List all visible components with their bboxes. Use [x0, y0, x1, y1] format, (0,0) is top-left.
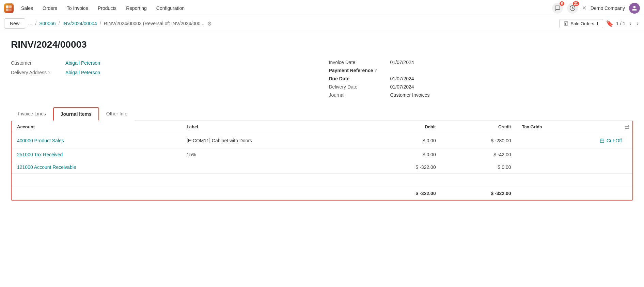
svg-rect-1 — [9, 5, 12, 8]
customer-row: Customer Abigail Peterson — [11, 58, 315, 68]
table-header-row: Account Label Debit Credit Tax Grids — [12, 121, 632, 133]
nav-configuration[interactable]: Configuration — [154, 4, 187, 12]
delivery-address-help-icon[interactable]: ? — [48, 70, 50, 75]
payment-reference-row: Payment Reference ? — [329, 66, 633, 75]
account-cell-1: 400000 Product Sales — [12, 133, 181, 148]
due-date-value: 01/07/2024 — [390, 76, 414, 81]
svg-rect-2 — [6, 9, 9, 11]
nav-to-invoice[interactable]: To Invoice — [65, 4, 90, 12]
sale-orders-button[interactable]: Sale Orders 1 — [559, 19, 603, 28]
customer-label: Customer — [11, 60, 65, 66]
label-cell-1: [E-COM11] Cabinet with Doors — [181, 133, 366, 148]
credit-cell-2: $ -42.00 — [441, 148, 517, 161]
col-account: Account — [12, 121, 181, 133]
label-cell-3 — [181, 161, 366, 174]
label-cell-2: 15% — [181, 148, 366, 161]
activity-icon-btn[interactable]: 21 — [567, 3, 578, 14]
tax-grids-cell-1 — [517, 133, 592, 148]
customer-value[interactable]: Abigail Peterson — [65, 60, 100, 66]
col-credit: Credit — [441, 121, 517, 133]
top-nav: Sales Orders To Invoice Products Reporti… — [0, 0, 644, 16]
footer-empty — [12, 187, 366, 200]
breadcrumb-inv[interactable]: INV/2024/00004 — [62, 21, 97, 26]
svg-rect-5 — [564, 22, 568, 26]
payment-reference-help-icon[interactable]: ? — [374, 68, 377, 73]
svg-rect-3 — [9, 9, 12, 11]
actions-cell-2 — [592, 148, 632, 161]
settings-gear-icon[interactable]: ⚙ — [207, 20, 212, 27]
tab-invoice-lines[interactable]: Invoice Lines — [11, 107, 53, 121]
app-logo — [4, 3, 14, 13]
more-options[interactable]: ... — [28, 20, 32, 27]
bookmark-icon[interactable]: 🔖 — [606, 20, 613, 27]
record-title: RINV/2024/00003 — [11, 39, 633, 50]
left-col: Customer Abigail Peterson Delivery Addre… — [11, 58, 315, 99]
pagination: 1 / 1 — [616, 21, 625, 26]
breadcrumb-s00066[interactable]: S00066 — [39, 21, 56, 26]
chat-icon-btn[interactable]: 6 — [552, 3, 563, 14]
journal-table: Account Label Debit Credit Tax Grids 400… — [12, 121, 632, 200]
cut-off-calendar-icon — [600, 138, 604, 143]
empty-row — [12, 174, 632, 187]
activity-badge: 21 — [573, 1, 579, 6]
sale-orders-label: Sale Orders — [570, 21, 594, 26]
due-date-label: Due Date — [329, 76, 390, 81]
account-cell-3: 121000 Account Receivable — [12, 161, 181, 174]
footer-debit-total: $ -322.00 — [366, 187, 441, 200]
table-row: 400000 Product Sales [E-COM11] Cabinet w… — [12, 133, 632, 148]
svg-rect-6 — [600, 139, 604, 143]
nav-sales[interactable]: Sales — [19, 4, 35, 12]
journal-section: ⇄ Account Label Debit Credit Tax Grids 4… — [11, 121, 633, 201]
account-cell-2: 251000 Tax Received — [12, 148, 181, 161]
footer-credit-total: $ -322.00 — [441, 187, 517, 200]
pagination-text: 1 / 1 — [616, 21, 625, 26]
delivery-address-value[interactable]: Abigail Peterson — [65, 70, 100, 75]
next-page-button[interactable]: › — [635, 20, 640, 27]
col-tax-grids: Tax Grids — [517, 121, 592, 133]
breadcrumb-sep-3: / — [100, 21, 101, 26]
due-date-row: Due Date 01/07/2024 — [329, 75, 633, 83]
breadcrumb-current: RINV/2024/00003 (Reversal of: INV/2024/0… — [104, 21, 205, 26]
delivery-date-value: 01/07/2024 — [390, 84, 414, 90]
actions-cell-1: Cut-Off — [592, 133, 632, 148]
svg-rect-0 — [6, 5, 9, 8]
toolbar: New ... / S00066 / INV/2024/00004 / RINV… — [0, 16, 644, 31]
sale-orders-count: 1 — [596, 21, 599, 26]
sale-orders-icon — [564, 21, 568, 26]
company-name: Demo Company — [591, 5, 625, 11]
prev-page-button[interactable]: ‹ — [628, 20, 632, 27]
new-button[interactable]: New — [4, 18, 25, 29]
table-footer-row: $ -322.00 $ -322.00 — [12, 187, 632, 200]
journal-row: Journal Customer Invoices — [329, 91, 633, 99]
tab-journal-items[interactable]: Journal Items — [53, 107, 99, 121]
debit-cell-3: $ -322.00 — [366, 161, 441, 174]
journal-label: Journal — [329, 92, 390, 98]
credit-cell-1: $ -280.00 — [441, 133, 517, 148]
invoice-date-row: Invoice Date 01/07/2024 — [329, 58, 633, 66]
nav-orders[interactable]: Orders — [41, 4, 59, 12]
nav-products[interactable]: Products — [96, 4, 119, 12]
account-link-2[interactable]: 251000 Tax Received — [17, 152, 63, 157]
nav-reporting[interactable]: Reporting — [124, 4, 149, 12]
user-avatar[interactable] — [629, 3, 640, 14]
debit-cell-1: $ 0.00 — [366, 133, 441, 148]
payment-reference-label: Payment Reference ? — [329, 68, 390, 73]
delivery-address-row: Delivery Address ? Abigail Peterson — [11, 68, 315, 77]
reorder-columns-button[interactable]: ⇄ — [622, 121, 632, 134]
tab-other-info[interactable]: Other Info — [99, 107, 135, 121]
table-row: 251000 Tax Received 15% $ 0.00 $ -42.00 — [12, 148, 632, 161]
debit-cell-2: $ 0.00 — [366, 148, 441, 161]
tabs: Invoice Lines Journal Items Other Info — [11, 107, 633, 121]
tax-grids-cell-3 — [517, 161, 592, 174]
breadcrumb-sep-1: / — [35, 21, 36, 26]
breadcrumb-sep-2: / — [59, 21, 60, 26]
tax-grids-cell-2 — [517, 148, 592, 161]
right-col: Invoice Date 01/07/2024 Payment Referenc… — [329, 58, 633, 99]
col-label: Label — [181, 121, 366, 133]
actions-cell-3 — [592, 161, 632, 174]
cut-off-button[interactable]: Cut-Off — [597, 137, 625, 145]
journal-value: Customer Invoices — [390, 92, 430, 98]
account-link-1[interactable]: 400000 Product Sales — [17, 138, 64, 143]
close-icon[interactable]: ✕ — [582, 5, 586, 11]
account-link-3[interactable]: 121000 Account Receivable — [17, 164, 76, 170]
